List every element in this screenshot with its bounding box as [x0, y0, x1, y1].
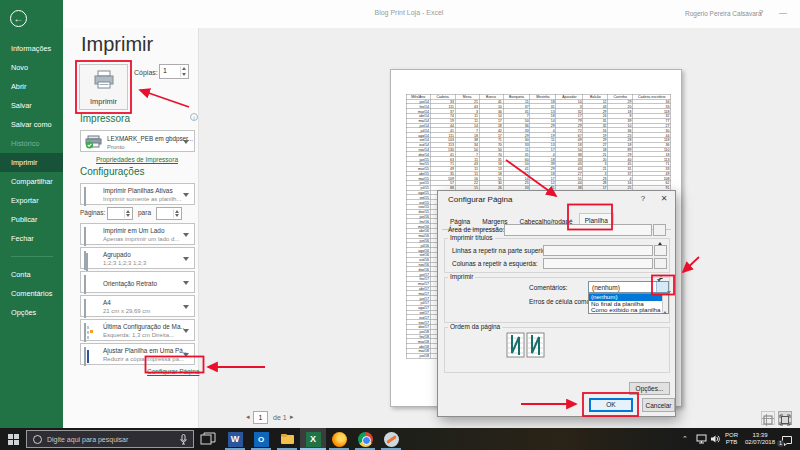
copies-stepper[interactable]: 1	[159, 64, 189, 79]
rows-repeat-input[interactable]	[543, 245, 653, 256]
page-order-preview-icon	[506, 332, 546, 358]
prev-page-button[interactable]: ◂	[246, 413, 250, 421]
setting-dropdown-a4[interactable]: A421 cm x 29,69 cm	[80, 295, 195, 317]
increment-icon	[126, 210, 130, 213]
options-button[interactable]: Opções...	[629, 382, 670, 395]
taskbar-app-explorer[interactable]	[274, 428, 300, 450]
pages-to-arrows[interactable]	[173, 209, 180, 218]
next-page-button[interactable]: ▸	[290, 413, 294, 421]
cell: jun/18	[406, 353, 430, 358]
taskbar-app-chrome[interactable]	[352, 428, 378, 450]
dropdown-title: Ajustar Planilha em Uma Pá..	[103, 347, 186, 354]
dropdown-title: Imprimir Planilhas Ativas	[103, 187, 173, 194]
tray-chevron-icon[interactable]: ⌃	[682, 435, 688, 443]
taskbar-app-capture[interactable]	[378, 428, 404, 450]
decrement-icon	[126, 214, 130, 217]
print-button[interactable]: Imprimir	[79, 64, 128, 110]
taskbar-app-excel[interactable]: X	[300, 428, 326, 450]
comments-selected-value: (nenhum)	[592, 284, 620, 291]
sidebar-item-abrir[interactable]: Abrir	[0, 77, 63, 96]
pages-to-stepper[interactable]	[156, 207, 182, 220]
chevron-down-icon	[183, 140, 189, 144]
option-no-final-da-planilha[interactable]: No final da planilha	[589, 301, 668, 308]
dialog-close-button[interactable]: ✕	[657, 194, 671, 206]
copies-stepper-arrows[interactable]	[180, 66, 187, 77]
current-page-input[interactable]: 1	[253, 411, 268, 424]
word-icon: W	[228, 432, 243, 447]
zoom-to-page-button[interactable]	[778, 411, 792, 425]
setting-dropdown-imprimir-em-um-lado[interactable]: Imprimir em Um LadoApenas imprimir um la…	[80, 223, 195, 245]
sidebar-item-imprimir[interactable]: Imprimir	[0, 153, 63, 172]
ok-button[interactable]: OK	[589, 398, 633, 412]
page-title: Imprimir	[81, 33, 153, 56]
cols-repeat-input[interactable]	[543, 258, 653, 269]
setting-dropdown-imprimir-planilhas-ativas[interactable]: Imprimir Planilhas AtivasImprimir soment…	[80, 183, 195, 205]
taskbar-search[interactable]: Digite aqui para pesquisar	[26, 430, 194, 448]
pages-from-arrows[interactable]	[124, 209, 131, 218]
sidebar-item-novo[interactable]: Novo	[0, 58, 63, 77]
clock[interactable]: 13:39 02/07/2018	[742, 432, 778, 446]
comments-dropdown[interactable]: (nenhum)	[588, 281, 669, 293]
minimize-button[interactable]: —	[775, 6, 791, 20]
network-icon[interactable]	[696, 434, 707, 444]
chevron-down-icon	[183, 353, 189, 357]
sidebar-item-histo-rico: Histórico	[0, 134, 63, 153]
language-indicator[interactable]: POR PTB	[725, 432, 738, 446]
sidebar-item-compartilhar[interactable]: Compartilhar	[0, 172, 63, 191]
sidebar-item-salvar-como[interactable]: Salvar como	[0, 115, 63, 134]
settings-heading: Configurações	[80, 166, 144, 177]
pages-from-stepper[interactable]	[107, 207, 133, 220]
page-setup-link[interactable]: Configurar Página	[147, 368, 199, 375]
setting-dropdown-agrupado[interactable]: Agrupado1;2;3 1;2;3 1;2;3	[80, 247, 195, 269]
cell-errors-label: Erros de célula como:	[529, 298, 592, 305]
print-settings-dropdowns: Imprimir em Um LadoApenas imprimir um la…	[80, 223, 195, 367]
cancel-button[interactable]: Cancelar	[642, 398, 675, 412]
rows-repeat-label: Linhas a repetir na parte superior:	[452, 247, 550, 254]
taskbar-app-outlook[interactable]: O	[248, 428, 274, 450]
option--nenhum-[interactable]: (nenhum)	[589, 294, 668, 301]
collapse-dialog-button[interactable]	[653, 224, 666, 236]
zoom-to-page-icon	[779, 414, 791, 426]
dropdown-title: Última Configuração de Ma..	[103, 323, 184, 330]
collapse-dialog-button[interactable]	[654, 258, 667, 269]
show-margins-button[interactable]	[761, 411, 775, 425]
task-view-icon[interactable]	[200, 432, 216, 446]
increment-icon	[182, 67, 186, 70]
sidebar-item-informac-o-es[interactable]: Informações	[0, 39, 63, 58]
action-center-icon[interactable]: 1	[781, 433, 793, 445]
printer-selector[interactable]: LEXMARK_PEB em gbdpser... Pronto	[80, 130, 195, 152]
copies-label: Cópias:	[134, 69, 158, 76]
help-button[interactable]: ?	[753, 6, 769, 20]
print-area-input[interactable]	[504, 224, 652, 236]
lines-icon	[84, 227, 86, 246]
excel-backstage-window: Blog Print Loja - Excel Rogerio Pereira …	[0, 0, 800, 450]
taskbar-app-firefox[interactable]	[326, 428, 352, 450]
sidebar-item-opc-o-es[interactable]: Opções	[0, 303, 63, 322]
language-line2: PTB	[725, 439, 738, 446]
speaker-icon[interactable]	[710, 434, 720, 444]
setting-dropdown-u-ltima-configurac-a-o-de-ma-[interactable]: Última Configuração de Ma..Esquerda: 1,3…	[80, 319, 195, 341]
sidebar-item-conta[interactable]: Conta	[0, 265, 63, 284]
collapse-dialog-button[interactable]	[654, 245, 667, 256]
sidebar-item-publicar[interactable]: Publicar	[0, 210, 63, 229]
portrait-icon	[84, 275, 86, 294]
microphone-icon[interactable]	[180, 434, 187, 445]
option-como-exibido-na-planilha[interactable]: Como exibido na planilha	[589, 307, 668, 314]
sidebar-item-fechar[interactable]: Fechar	[0, 229, 63, 248]
printer-properties-link[interactable]: Propriedades de Impressora	[96, 156, 178, 163]
sidebar-item-exportar[interactable]: Exportar	[0, 191, 63, 210]
dialog-help-button[interactable]: ?	[636, 194, 650, 206]
cols-repeat-label: Colunas a repetir à esquerda:	[452, 260, 538, 267]
tray-date: 02/07/2018	[742, 439, 778, 446]
info-icon[interactable]: i	[190, 113, 198, 121]
sidebar-item-comenta-rios[interactable]: Comentários	[0, 284, 63, 303]
back-button[interactable]: ←	[10, 10, 27, 27]
print-area-label: Área de impressão:	[448, 226, 504, 233]
start-button[interactable]	[0, 428, 26, 450]
taskbar-app-word[interactable]: W	[222, 428, 248, 450]
list-scrollbar[interactable]	[662, 294, 668, 313]
account-user-name[interactable]: Rogerio Pereira Calsavara	[685, 10, 762, 17]
setting-dropdown-orientac-a-o-retrato[interactable]: Orientação Retrato	[80, 271, 195, 293]
printer-status: Pronto	[107, 144, 125, 150]
sidebar-item-salvar[interactable]: Salvar	[0, 96, 63, 115]
